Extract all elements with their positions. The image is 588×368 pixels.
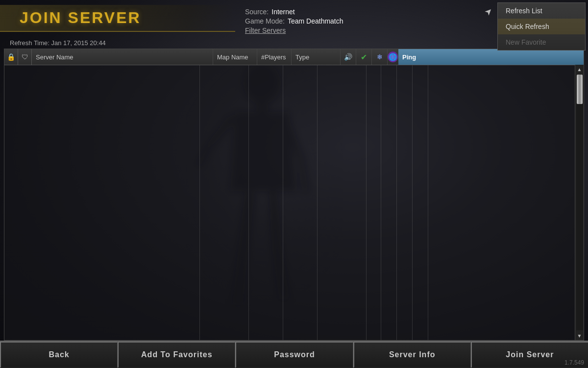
page-title: JOIN SERVER bbox=[20, 9, 225, 27]
th-server-name: Server Name bbox=[32, 49, 213, 65]
context-menu: Refresh List Quick Refresh New Favorite bbox=[497, 2, 586, 51]
th-lock-icon: 🔒 bbox=[4, 49, 18, 65]
footer: Back Add To Favorites Password Server In… bbox=[0, 341, 588, 368]
th-ping[interactable]: Ping bbox=[398, 49, 584, 65]
scrollbar-track bbox=[576, 75, 583, 330]
th-map-name: Map Name bbox=[213, 49, 257, 65]
th-snowflake-icon[interactable]: ❄ bbox=[372, 49, 388, 65]
col-divider-8 bbox=[412, 65, 413, 340]
col-divider-5 bbox=[366, 65, 367, 340]
th-speaker-icon[interactable]: 🔊 bbox=[341, 49, 356, 65]
main-container: JOIN SERVER Source: Internet Game Mode: … bbox=[0, 0, 588, 368]
source-value: Internet bbox=[271, 8, 294, 16]
table-header: 🔒 🛡 Server Name Map Name #Players Type 🔊… bbox=[4, 49, 584, 65]
server-info-button[interactable]: Server Info bbox=[353, 342, 471, 368]
scroll-up-arrow[interactable]: ▲ bbox=[575, 65, 584, 74]
title-area: JOIN SERVER bbox=[0, 5, 235, 32]
col-divider-7 bbox=[396, 65, 397, 340]
scrollbar[interactable]: ▲ ▼ bbox=[575, 65, 584, 340]
gamemode-value: Team Deathmatch bbox=[288, 17, 343, 25]
new-favorite-item: New Favorite bbox=[498, 34, 585, 50]
add-to-favorites-button[interactable]: Add To Favorites bbox=[118, 342, 235, 368]
th-type: Type bbox=[292, 49, 341, 65]
col-divider-1 bbox=[199, 65, 200, 340]
scrollbar-thumb[interactable] bbox=[577, 75, 583, 104]
col-divider-3 bbox=[283, 65, 283, 340]
version-label: 1.7.549 bbox=[564, 359, 584, 366]
server-list-container: 🔒 🛡 Server Name Map Name #Players Type 🔊… bbox=[4, 49, 584, 341]
back-button[interactable]: Back bbox=[0, 342, 118, 368]
refresh-list-item[interactable]: Refresh List bbox=[498, 3, 585, 19]
col-divider-4 bbox=[317, 65, 318, 340]
header: JOIN SERVER Source: Internet Game Mode: … bbox=[0, 0, 588, 37]
th-check-icon[interactable]: ✔ bbox=[356, 49, 372, 65]
password-button[interactable]: Password bbox=[235, 342, 353, 368]
col-divider-9 bbox=[428, 65, 428, 340]
col-divider-6 bbox=[381, 65, 381, 340]
col-divider-2 bbox=[248, 65, 249, 340]
refresh-time: Refresh Time: Jan 17, 2015 20:44 bbox=[10, 39, 106, 47]
scroll-down-arrow[interactable]: ▼ bbox=[575, 331, 584, 340]
th-vac-icon: 🛡 bbox=[18, 49, 32, 65]
source-label: Source: bbox=[245, 8, 269, 16]
quick-refresh-item[interactable]: Quick Refresh bbox=[498, 19, 585, 34]
gamemode-label: Game Mode: bbox=[245, 17, 285, 25]
th-players: #Players bbox=[257, 49, 292, 65]
table-body bbox=[4, 65, 584, 340]
th-globe-icon[interactable]: 🌐 bbox=[388, 52, 398, 62]
